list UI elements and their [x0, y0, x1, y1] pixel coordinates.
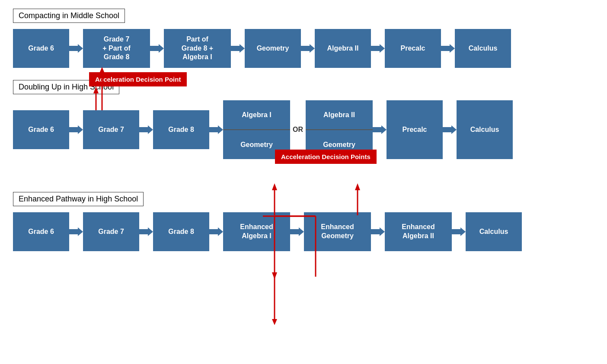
- svg-marker-4: [371, 44, 385, 53]
- doubling-algebra2-top: Algebra II: [306, 100, 373, 129]
- earrow1: [69, 212, 83, 251]
- doubling-grade8: Grade 8: [153, 110, 209, 149]
- compacting-label: Compacting in Middle School: [13, 9, 594, 27]
- darrow5: [443, 100, 457, 159]
- svg-marker-17: [371, 227, 385, 236]
- enhanced-calculus: Calculus: [466, 212, 522, 251]
- arrow1: [69, 29, 83, 68]
- doubling-calculus: Calculus: [457, 100, 513, 159]
- svg-marker-5: [441, 44, 455, 53]
- doubling-precalc: Precalc: [387, 100, 443, 159]
- svg-marker-12: [443, 125, 457, 134]
- svg-marker-13: [69, 227, 83, 236]
- svg-marker-2: [231, 44, 245, 53]
- compacting-acceleration-badge: Acceleration Decision Point: [89, 72, 187, 86]
- svg-marker-1: [150, 44, 164, 53]
- enhanced-grade6: Grade 6: [13, 212, 69, 251]
- enhanced-algebra2: EnhancedAlgebra II: [385, 212, 452, 251]
- earrow6: [452, 212, 466, 251]
- earrow4: [290, 212, 304, 251]
- doubling-grade6: Grade 6: [13, 110, 69, 149]
- earrow5: [371, 212, 385, 251]
- compacting-grade8-alg1: Part ofGrade 8 +Algebra I: [164, 29, 231, 68]
- svg-marker-8: [69, 125, 83, 134]
- svg-marker-15: [209, 227, 223, 236]
- darrow2: [139, 110, 153, 149]
- enhanced-label: Enhanced Pathway in High School: [13, 192, 594, 211]
- svg-marker-11: [373, 125, 387, 134]
- compacting-row: Grade 6 Grade 7+ Part ofGrade 8 Part ofG…: [13, 29, 594, 68]
- compacting-grade7-8: Grade 7+ Part ofGrade 8: [83, 29, 150, 68]
- svg-marker-30: [272, 319, 277, 325]
- enhanced-grade8: Grade 8: [153, 212, 209, 251]
- darrow1: [69, 110, 83, 149]
- svg-marker-3: [301, 44, 315, 53]
- enhanced-grade7: Grade 7: [83, 212, 139, 251]
- svg-marker-14: [139, 227, 153, 236]
- enhanced-algebra1: EnhancedAlgebra I: [223, 212, 290, 251]
- svg-marker-16: [290, 227, 304, 236]
- compacting-precalc: Precalc: [385, 29, 441, 68]
- svg-marker-0: [69, 44, 83, 53]
- svg-marker-10: [209, 125, 223, 134]
- svg-marker-27: [272, 272, 277, 279]
- doubling-algebra1: Algebra I: [223, 100, 290, 129]
- earrow3: [209, 212, 223, 251]
- enhanced-row: Grade 6 Grade 7 Grade 8 EnhancedAlgebra …: [13, 212, 594, 251]
- enhanced-geometry: EnhancedGeometry: [304, 212, 371, 251]
- doubling-grade7: Grade 7: [83, 110, 139, 149]
- svg-marker-9: [139, 125, 153, 134]
- darrow3: [209, 110, 223, 149]
- compacting-calculus: Calculus: [455, 29, 511, 68]
- arrow3: [231, 29, 245, 68]
- arrow5: [371, 29, 385, 68]
- compacting-geometry: Geometry: [245, 29, 301, 68]
- arrow6: [441, 29, 455, 68]
- svg-marker-18: [452, 227, 466, 236]
- compacting-grade6: Grade 6: [13, 29, 69, 68]
- arrow4: [301, 29, 315, 68]
- arrow2: [150, 29, 164, 68]
- compacting-algebra2: Algebra II: [315, 29, 371, 68]
- doubling-acceleration-badge: Acceleration Decision Points: [275, 150, 377, 164]
- earrow2: [139, 212, 153, 251]
